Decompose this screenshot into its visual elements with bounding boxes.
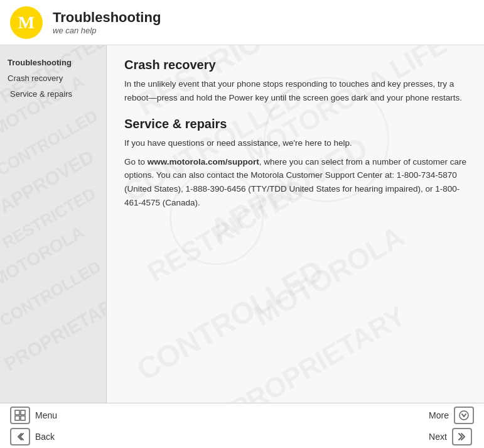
motorola-logo: M	[10, 6, 43, 39]
motorola-support-link[interactable]: www.motorola.com/support	[148, 157, 259, 167]
service-repairs-body2: Go to www.motorola.com/support, where yo…	[124, 155, 466, 209]
menu-label: Menu	[35, 410, 57, 420]
logo-letter: M	[18, 13, 35, 33]
toolbar-right: More Next	[429, 407, 474, 445]
menu-icon	[10, 407, 30, 424]
back-icon	[10, 428, 30, 445]
page-title: Troubleshooting	[53, 9, 161, 26]
next-button[interactable]: Next	[429, 428, 472, 445]
header-text: Troubleshooting we can help	[53, 9, 161, 35]
svg-rect-2	[15, 416, 19, 420]
body2-pre: Go to	[124, 157, 148, 167]
sidebar: RESTRICTED MOTOROLA CONTROLLED APPROVED …	[0, 45, 107, 403]
toolbar-left: Menu Back	[10, 407, 379, 445]
svg-rect-0	[15, 410, 19, 415]
page-subtitle: we can help	[53, 26, 161, 35]
bottom-toolbar: Menu Back More	[0, 403, 484, 448]
service-repairs-title: Service & repairs	[124, 117, 466, 131]
menu-button[interactable]: Menu	[10, 407, 379, 424]
more-icon	[454, 407, 474, 424]
svg-point-4	[460, 411, 468, 420]
svg-rect-3	[21, 416, 25, 420]
app-container: M Troubleshooting we can help RESTRICTED…	[0, 0, 484, 448]
next-icon	[452, 428, 472, 445]
back-button[interactable]: Back	[10, 428, 379, 445]
sidebar-item-crash-recovery[interactable]: Crash recovery	[5, 71, 101, 87]
main-inner: Crash recovery In the unlikely event tha…	[124, 58, 466, 209]
next-label: Next	[429, 432, 447, 442]
crash-recovery-body: In the unlikely event that your phone st…	[124, 77, 466, 104]
back-label: Back	[35, 432, 55, 442]
svg-rect-1	[21, 410, 25, 415]
header: M Troubleshooting we can help	[0, 0, 484, 45]
crash-recovery-title: Crash recovery	[124, 58, 466, 72]
sidebar-nav: Troubleshooting Crash recovery Service &…	[5, 55, 101, 102]
main-content: RESTRICTED MOTOROLA LIFE CONTROLLED APPR…	[107, 45, 484, 403]
sidebar-item-troubleshooting[interactable]: Troubleshooting	[5, 55, 101, 71]
more-button[interactable]: More	[429, 407, 474, 424]
sidebar-item-service-repairs[interactable]: Service & repairs	[5, 87, 101, 102]
more-label: More	[429, 410, 449, 420]
service-repairs-body1: If you have questions or need assistance…	[124, 136, 466, 150]
content-area: RESTRICTED MOTOROLA CONTROLLED APPROVED …	[0, 45, 484, 403]
